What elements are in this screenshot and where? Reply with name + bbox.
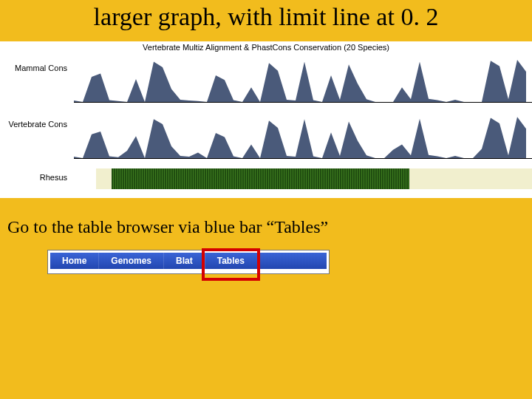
vertebrate-chart xyxy=(74,112,532,158)
track-label-vertebrate: Vertebrate Cons xyxy=(0,120,70,129)
track-label-rhesus: Rhesus xyxy=(0,173,70,182)
svg-marker-1 xyxy=(74,117,526,158)
svg-marker-0 xyxy=(74,60,526,102)
baseline-vertebrate xyxy=(74,158,532,159)
instruction-text: Go to the table browser via blue bar “Ta… xyxy=(7,217,328,237)
nav-border: Home Genomes Blat Tables xyxy=(47,250,330,274)
blue-nav-bar: Home Genomes Blat Tables xyxy=(50,253,327,269)
slide: larger graph, with limit line at 0. 2 Ve… xyxy=(0,0,532,399)
nav-item-tables[interactable]: Tables xyxy=(205,253,256,269)
nav-item-genomes[interactable]: Genomes xyxy=(99,253,164,269)
track-vertebrate xyxy=(74,112,532,158)
mammal-chart xyxy=(74,56,532,102)
track-label-mammal: Mammal Cons xyxy=(0,64,70,72)
panel-header: Vertebrate Multiz Alignment & PhastCons … xyxy=(0,43,532,52)
nav-screenshot: Home Genomes Blat Tables xyxy=(47,250,330,274)
nav-item-blat[interactable]: Blat xyxy=(164,253,205,269)
baseline-mammal xyxy=(74,102,532,103)
page-title: larger graph, with limit line at 0. 2 xyxy=(0,3,532,31)
track-mammal xyxy=(74,56,532,102)
nav-item-home[interactable]: Home xyxy=(50,253,99,269)
conservation-panel: Vertebrate Multiz Alignment & PhastCons … xyxy=(0,41,532,198)
rhesus-alignment-band xyxy=(96,168,532,189)
